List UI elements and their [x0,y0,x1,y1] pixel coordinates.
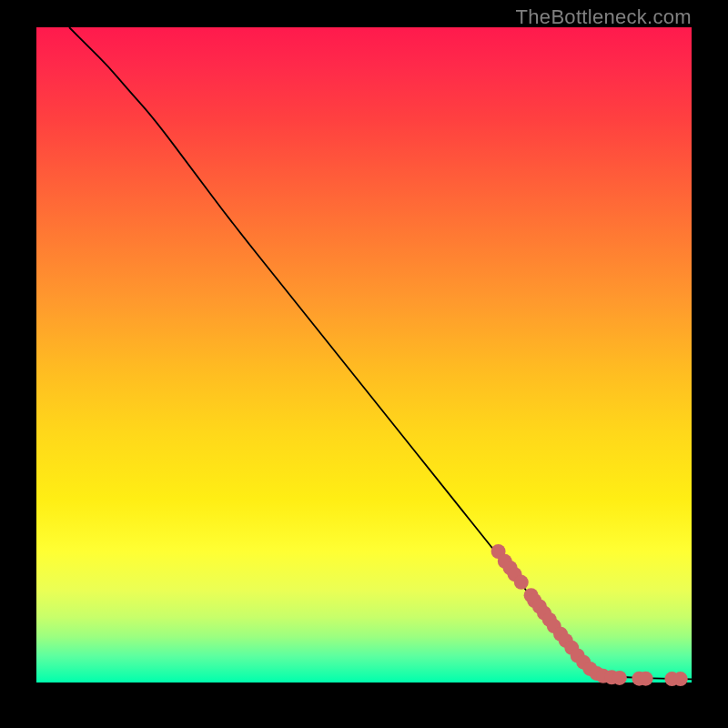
plot-area [36,27,692,682]
attribution-text: TheBottleneck.com [516,5,692,29]
data-point [514,575,529,590]
data-point [612,671,627,685]
marker-group [491,544,688,686]
data-point [673,672,688,686]
chart-svg [36,27,692,682]
chart-frame: TheBottleneck.com [0,0,728,728]
data-point [639,672,653,686]
curve-line [69,27,692,679]
